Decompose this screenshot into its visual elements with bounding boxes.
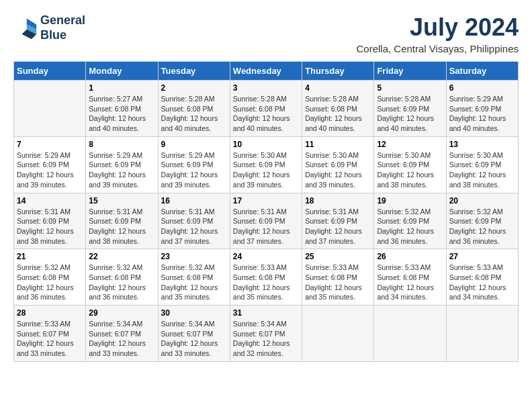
day-header-monday: Monday bbox=[86, 62, 158, 81]
day-info: Sunrise: 5:32 AM Sunset: 6:08 PM Dayligh… bbox=[89, 263, 154, 302]
day-info: Sunrise: 5:32 AM Sunset: 6:09 PM Dayligh… bbox=[377, 207, 443, 246]
day-info: Sunrise: 5:31 AM Sunset: 6:09 PM Dayligh… bbox=[89, 207, 154, 246]
calendar-cell: 1Sunrise: 5:27 AM Sunset: 6:08 PM Daylig… bbox=[86, 81, 158, 137]
day-info: Sunrise: 5:28 AM Sunset: 6:08 PM Dayligh… bbox=[161, 94, 227, 134]
day-number: 21 bbox=[17, 252, 83, 261]
calendar-cell: 22Sunrise: 5:32 AM Sunset: 6:08 PM Dayli… bbox=[86, 249, 158, 306]
calendar-cell: 18Sunrise: 5:31 AM Sunset: 6:09 PM Dayli… bbox=[302, 193, 374, 249]
logo: General Blue bbox=[13, 13, 85, 42]
title-area: July 2024 Corella, Central Visayas, Phil… bbox=[356, 13, 519, 54]
day-info: Sunrise: 5:28 AM Sunset: 6:08 PM Dayligh… bbox=[233, 94, 299, 134]
calendar-cell: 31Sunrise: 5:34 AM Sunset: 6:07 PM Dayli… bbox=[230, 306, 302, 362]
day-info: Sunrise: 5:31 AM Sunset: 6:09 PM Dayligh… bbox=[233, 207, 299, 246]
day-info: Sunrise: 5:32 AM Sunset: 6:08 PM Dayligh… bbox=[161, 263, 227, 302]
day-number: 4 bbox=[305, 83, 371, 93]
calendar-cell: 25Sunrise: 5:33 AM Sunset: 6:08 PM Dayli… bbox=[302, 249, 374, 306]
calendar-cell: 14Sunrise: 5:31 AM Sunset: 6:09 PM Dayli… bbox=[14, 193, 86, 249]
day-number: 12 bbox=[377, 140, 443, 149]
day-info: Sunrise: 5:32 AM Sunset: 6:09 PM Dayligh… bbox=[449, 207, 515, 246]
day-info: Sunrise: 5:27 AM Sunset: 6:08 PM Dayligh… bbox=[89, 94, 154, 134]
day-header-wednesday: Wednesday bbox=[230, 62, 302, 81]
calendar-cell: 5Sunrise: 5:28 AM Sunset: 6:09 PM Daylig… bbox=[374, 81, 446, 137]
day-number: 6 bbox=[449, 83, 515, 93]
day-info: Sunrise: 5:33 AM Sunset: 6:08 PM Dayligh… bbox=[233, 263, 299, 302]
day-info: Sunrise: 5:29 AM Sunset: 6:09 PM Dayligh… bbox=[17, 150, 83, 190]
day-header-thursday: Thursday bbox=[302, 62, 374, 81]
calendar-cell: 6Sunrise: 5:29 AM Sunset: 6:09 PM Daylig… bbox=[446, 81, 518, 137]
calendar-cell: 19Sunrise: 5:32 AM Sunset: 6:09 PM Dayli… bbox=[374, 193, 446, 249]
day-number: 7 bbox=[17, 140, 83, 149]
calendar-cell bbox=[302, 306, 374, 362]
calendar-cell: 2Sunrise: 5:28 AM Sunset: 6:08 PM Daylig… bbox=[158, 81, 230, 137]
calendar-header: SundayMondayTuesdayWednesdayThursdayFrid… bbox=[14, 62, 519, 81]
day-number: 24 bbox=[233, 252, 299, 261]
day-info: Sunrise: 5:31 AM Sunset: 6:09 PM Dayligh… bbox=[305, 207, 371, 246]
day-number: 15 bbox=[89, 196, 154, 205]
calendar-week-5: 28Sunrise: 5:33 AM Sunset: 6:07 PM Dayli… bbox=[14, 306, 519, 362]
calendar-cell: 27Sunrise: 5:33 AM Sunset: 6:08 PM Dayli… bbox=[446, 249, 518, 306]
calendar-cell: 13Sunrise: 5:30 AM Sunset: 6:09 PM Dayli… bbox=[446, 136, 518, 193]
calendar-cell: 29Sunrise: 5:34 AM Sunset: 6:07 PM Dayli… bbox=[86, 306, 158, 362]
day-info: Sunrise: 5:33 AM Sunset: 6:07 PM Dayligh… bbox=[17, 319, 83, 359]
logo-text: General Blue bbox=[40, 13, 85, 42]
calendar-cell: 10Sunrise: 5:30 AM Sunset: 6:09 PM Dayli… bbox=[230, 136, 302, 193]
day-number: 1 bbox=[89, 83, 154, 93]
day-number: 3 bbox=[233, 83, 299, 93]
day-header-saturday: Saturday bbox=[446, 62, 518, 81]
day-info: Sunrise: 5:31 AM Sunset: 6:09 PM Dayligh… bbox=[161, 207, 227, 246]
day-info: Sunrise: 5:30 AM Sunset: 6:09 PM Dayligh… bbox=[233, 150, 299, 190]
calendar-table: SundayMondayTuesdayWednesdayThursdayFrid… bbox=[13, 61, 519, 362]
day-info: Sunrise: 5:30 AM Sunset: 6:09 PM Dayligh… bbox=[377, 150, 443, 190]
month-year-title: July 2024 bbox=[356, 13, 519, 42]
location-subtitle: Corella, Central Visayas, Philippines bbox=[356, 43, 519, 54]
day-number: 28 bbox=[17, 308, 83, 318]
day-info: Sunrise: 5:34 AM Sunset: 6:07 PM Dayligh… bbox=[161, 319, 227, 359]
day-number: 20 bbox=[449, 196, 515, 205]
day-info: Sunrise: 5:30 AM Sunset: 6:09 PM Dayligh… bbox=[305, 150, 371, 190]
calendar-cell: 3Sunrise: 5:28 AM Sunset: 6:08 PM Daylig… bbox=[230, 81, 302, 137]
calendar-cell: 23Sunrise: 5:32 AM Sunset: 6:08 PM Dayli… bbox=[158, 249, 230, 306]
calendar-cell: 20Sunrise: 5:32 AM Sunset: 6:09 PM Dayli… bbox=[446, 193, 518, 249]
day-header-row: SundayMondayTuesdayWednesdayThursdayFrid… bbox=[14, 62, 519, 81]
day-number: 18 bbox=[305, 196, 371, 205]
day-info: Sunrise: 5:33 AM Sunset: 6:08 PM Dayligh… bbox=[449, 263, 515, 302]
day-number: 22 bbox=[89, 252, 154, 261]
day-number: 13 bbox=[449, 140, 515, 149]
calendar-cell: 15Sunrise: 5:31 AM Sunset: 6:09 PM Dayli… bbox=[86, 193, 158, 249]
day-info: Sunrise: 5:29 AM Sunset: 6:09 PM Dayligh… bbox=[449, 94, 515, 134]
calendar-cell: 28Sunrise: 5:33 AM Sunset: 6:07 PM Dayli… bbox=[14, 306, 86, 362]
day-info: Sunrise: 5:29 AM Sunset: 6:09 PM Dayligh… bbox=[161, 150, 227, 190]
day-number: 29 bbox=[89, 308, 154, 318]
calendar-week-3: 14Sunrise: 5:31 AM Sunset: 6:09 PM Dayli… bbox=[14, 193, 519, 249]
calendar-cell: 24Sunrise: 5:33 AM Sunset: 6:08 PM Dayli… bbox=[230, 249, 302, 306]
day-number: 31 bbox=[233, 308, 299, 318]
day-info: Sunrise: 5:33 AM Sunset: 6:08 PM Dayligh… bbox=[377, 263, 443, 302]
day-header-tuesday: Tuesday bbox=[158, 62, 230, 81]
day-number: 2 bbox=[161, 83, 227, 93]
day-number: 5 bbox=[377, 83, 443, 93]
calendar-cell: 4Sunrise: 5:28 AM Sunset: 6:08 PM Daylig… bbox=[302, 81, 374, 137]
day-number: 14 bbox=[17, 196, 83, 205]
calendar-cell: 26Sunrise: 5:33 AM Sunset: 6:08 PM Dayli… bbox=[374, 249, 446, 306]
page-header: General Blue July 2024 Corella, Central … bbox=[13, 13, 519, 54]
day-info: Sunrise: 5:29 AM Sunset: 6:09 PM Dayligh… bbox=[89, 150, 154, 190]
calendar-cell: 12Sunrise: 5:30 AM Sunset: 6:09 PM Dayli… bbox=[374, 136, 446, 193]
day-number: 19 bbox=[377, 196, 443, 205]
day-number: 25 bbox=[305, 252, 371, 261]
day-number: 10 bbox=[233, 140, 299, 149]
calendar-week-4: 21Sunrise: 5:32 AM Sunset: 6:08 PM Dayli… bbox=[14, 249, 519, 306]
day-number: 30 bbox=[161, 308, 227, 318]
calendar-cell bbox=[446, 306, 518, 362]
calendar-cell bbox=[374, 306, 446, 362]
calendar-cell: 9Sunrise: 5:29 AM Sunset: 6:09 PM Daylig… bbox=[158, 136, 230, 193]
calendar-week-2: 7Sunrise: 5:29 AM Sunset: 6:09 PM Daylig… bbox=[14, 136, 519, 193]
day-number: 9 bbox=[161, 140, 227, 149]
day-number: 16 bbox=[161, 196, 227, 205]
day-number: 23 bbox=[161, 252, 227, 261]
calendar-cell: 7Sunrise: 5:29 AM Sunset: 6:09 PM Daylig… bbox=[14, 136, 86, 193]
logo-icon bbox=[13, 16, 38, 40]
calendar-cell: 30Sunrise: 5:34 AM Sunset: 6:07 PM Dayli… bbox=[158, 306, 230, 362]
day-number: 8 bbox=[89, 140, 154, 149]
calendar-cell: 17Sunrise: 5:31 AM Sunset: 6:09 PM Dayli… bbox=[230, 193, 302, 249]
day-number: 11 bbox=[305, 140, 371, 149]
